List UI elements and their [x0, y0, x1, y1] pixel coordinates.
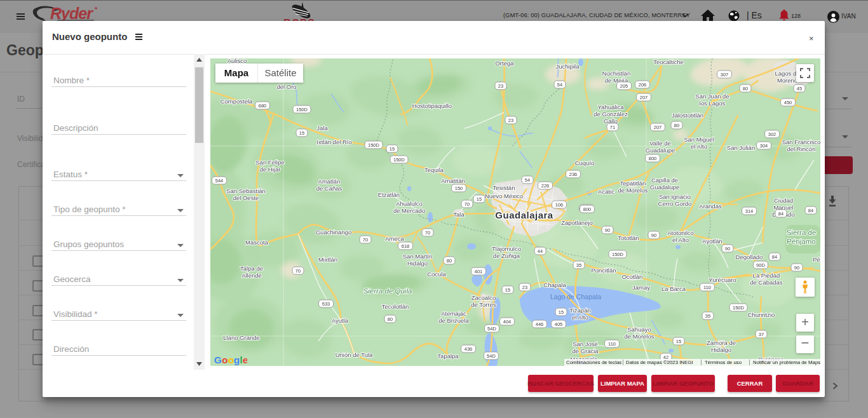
svg-text:15: 15 [559, 309, 564, 315]
svg-text:Sierra de Quila: Sierra de Quila [363, 287, 412, 295]
svg-text:Teocaltiche: Teocaltiche [653, 58, 684, 65]
svg-text:Ortega: Ortega [495, 60, 514, 67]
svg-text:Hidalgo: Hidalgo [407, 260, 428, 267]
svg-text:Cerro Gordo: Cerro Gordo [658, 200, 692, 207]
svg-text:236: 236 [569, 172, 578, 177]
svg-text:404: 404 [503, 319, 512, 325]
svg-text:Talpa de: Talpa de [240, 265, 263, 272]
svg-text:Juchipila: Juchipila [556, 63, 580, 70]
svg-text:226: 226 [541, 183, 550, 189]
svg-text:Pénjamo: Pénjamo [787, 238, 815, 245]
svg-text:618: 618 [402, 243, 410, 249]
svg-text:Ameca: Ameca [385, 235, 404, 242]
svg-text:84: 84 [772, 254, 777, 260]
svg-text:90: 90 [651, 233, 656, 238]
svg-text:401: 401 [475, 269, 483, 274]
svg-text:La Piedad: La Piedad [753, 272, 780, 279]
svg-text:de Brizuela: de Brizuela [438, 317, 469, 324]
svg-text:del Oeste: del Oeste [233, 194, 259, 201]
svg-text:450: 450 [784, 100, 792, 105]
svg-text:San Martín: San Martín [403, 253, 432, 260]
svg-text:15: 15 [299, 130, 304, 136]
svg-text:Hostotipaquillo: Hostotipaquillo [412, 102, 452, 109]
svg-text:Yurécuaro: Yurécuaro [709, 276, 736, 283]
svg-text:Tesistán: Tesistán [493, 184, 515, 191]
svg-text:405: 405 [555, 321, 563, 327]
svg-text:304: 304 [760, 143, 768, 149]
svg-text:Ayutla: Ayutla [332, 317, 349, 324]
svg-text:Ciudad: Ciudad [774, 197, 793, 204]
svg-text:San Ignacio: San Ignacio [659, 193, 691, 200]
svg-text:Lago de Chapala: Lago de Chapala [550, 293, 601, 300]
svg-text:Cuquío: Cuquío [575, 159, 595, 166]
svg-text:533: 533 [322, 301, 330, 307]
svg-text:Tototlán: Tototlán [618, 234, 639, 241]
svg-text:Chapala: Chapala [543, 281, 566, 288]
svg-text:de Hijar: de Hijar [260, 166, 281, 173]
svg-text:Poncitlán: Poncitlán [591, 267, 616, 274]
svg-text:205: 205 [620, 83, 628, 89]
svg-text:de Torres: de Torres [471, 301, 496, 308]
svg-text:680: 680 [259, 103, 267, 109]
svg-text:Moreno: Moreno [777, 77, 797, 84]
svg-text:150D: 150D [368, 142, 380, 148]
svg-text:80: 80 [447, 258, 452, 264]
svg-text:90: 90 [794, 265, 799, 271]
svg-text:Arandas: Arandas [699, 203, 722, 210]
svg-text:90: 90 [605, 227, 610, 233]
svg-text:el Alto: el Alto [672, 236, 689, 243]
svg-text:70: 70 [295, 268, 301, 274]
svg-text:150: 150 [455, 185, 463, 191]
svg-text:54: 54 [557, 82, 562, 88]
svg-text:70: 70 [465, 201, 470, 207]
svg-text:Cocula: Cocula [427, 271, 446, 278]
svg-text:San Miguel: San Miguel [684, 136, 714, 143]
svg-text:de Morelos: de Morelos [618, 187, 648, 194]
svg-text:Atemajac: Atemajac [441, 310, 466, 317]
svg-text:San Sebastián: San Sebastián [226, 187, 266, 194]
svg-text:35: 35 [705, 313, 710, 319]
svg-text:de Morelos: de Morelos [625, 333, 654, 340]
svg-text:San Felipe: San Felipe [255, 159, 284, 166]
svg-text:de Gracia: de Gracia [572, 347, 599, 354]
svg-text:Hidalgo: Hidalgo [711, 346, 731, 353]
svg-text:44: 44 [538, 248, 543, 254]
svg-text:Guadalajara: Guadalajara [495, 210, 553, 220]
svg-text:106: 106 [555, 202, 564, 208]
svg-text:206: 206 [639, 82, 647, 88]
svg-text:Tizapán: Tizapán [569, 307, 590, 314]
svg-text:70: 70 [425, 230, 430, 236]
svg-text:el Alto: el Alto [691, 143, 707, 150]
svg-text:los Lagos: los Lagos [700, 100, 726, 107]
svg-text:Amatitán: Amatitán [441, 177, 465, 184]
svg-text:302: 302 [768, 131, 776, 137]
svg-text:del Oro: del Oro [276, 83, 296, 90]
svg-text:Ixtlán del Río: Ixtlán del Río [316, 138, 351, 145]
svg-text:Valle de: Valle de [649, 140, 671, 147]
svg-text:37: 37 [759, 332, 764, 337]
svg-text:Tlajomulco: Tlajomulco [492, 245, 521, 252]
svg-text:Sahuayo: Sahuayo [627, 326, 651, 333]
svg-text:84: 84 [808, 208, 813, 213]
svg-text:Nuevo México: Nuevo México [485, 192, 523, 199]
svg-text:207: 207 [640, 95, 648, 100]
svg-text:La Barca: La Barca [661, 285, 686, 292]
svg-text:San Francisco: San Francisco [782, 138, 820, 145]
svg-text:71: 71 [610, 125, 615, 130]
svg-text:San Juan de: San Juan de [695, 93, 729, 100]
svg-text:54D: 54D [487, 353, 496, 359]
svg-text:de González: de González [593, 111, 628, 118]
svg-text:Jala: Jala [316, 125, 328, 131]
svg-text:de Mercado: de Mercado [393, 207, 425, 214]
svg-text:Zacoalco: Zacoalco [471, 294, 496, 301]
svg-text:15: 15 [390, 146, 395, 152]
svg-text:70: 70 [363, 237, 368, 243]
svg-text:54: 54 [525, 177, 530, 183]
svg-text:Unión de Tula: Unión de Tula [336, 351, 373, 358]
svg-text:314: 314 [745, 208, 754, 214]
svg-text:35: 35 [576, 262, 581, 268]
svg-text:90: 90 [725, 246, 730, 252]
svg-text:Ahualulco: Ahualulco [396, 200, 423, 207]
svg-text:Tala: Tala [453, 211, 465, 218]
svg-text:Llano Grande: Llano Grande [223, 334, 260, 341]
